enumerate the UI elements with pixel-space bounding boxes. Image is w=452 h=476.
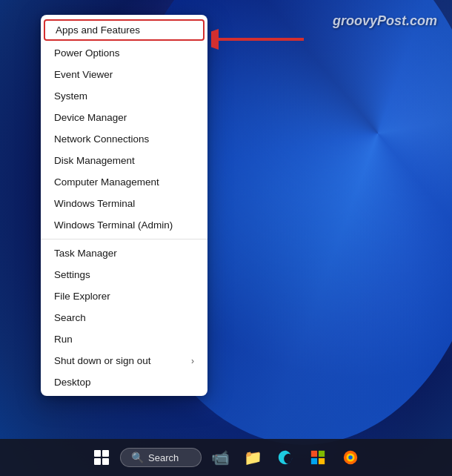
menu-item-file-explorer[interactable]: File Explorer: [41, 285, 207, 307]
menu-item-system[interactable]: System: [41, 85, 207, 107]
windows-logo-icon: [94, 450, 109, 465]
edge-icon: [277, 449, 293, 466]
taskbar-icon-edge[interactable]: [271, 443, 299, 472]
svg-rect-4: [311, 458, 317, 464]
taskbar-icon-file-explorer[interactable]: 📁: [239, 443, 267, 472]
taskbar-search-icon: 🔍: [131, 452, 144, 463]
menu-item-task-manager[interactable]: Task Manager: [41, 242, 207, 264]
svg-point-8: [348, 455, 353, 460]
taskbar-icon-firefox[interactable]: [336, 443, 365, 472]
groovypost-watermark: groovyPost.com: [333, 13, 437, 29]
taskbar-search-label: Search: [148, 452, 179, 463]
menu-item-event-viewer[interactable]: Event Viewer: [41, 64, 207, 85]
firefox-icon: [342, 449, 359, 466]
menu-item-search[interactable]: Search: [41, 307, 207, 328]
submenu-chevron-icon: ›: [191, 356, 194, 366]
menu-item-disk-management[interactable]: Disk Management: [41, 150, 207, 171]
menu-item-settings[interactable]: Settings: [41, 264, 207, 285]
menu-item-apps-features[interactable]: Apps and Features: [44, 19, 205, 41]
red-arrow-annotation: [211, 21, 308, 61]
folder-icon: 📁: [244, 449, 262, 466]
menu-item-network-connections[interactable]: Network Connections: [41, 128, 207, 150]
taskbar-search-bar[interactable]: 🔍 Search: [120, 448, 202, 467]
menu-item-windows-terminal-admin[interactable]: Windows Terminal (Admin): [41, 214, 207, 236]
svg-rect-5: [319, 458, 325, 464]
context-menu: Apps and Features Power Options Event Vi…: [41, 15, 207, 396]
menu-item-device-manager[interactable]: Device Manager: [41, 107, 207, 128]
menu-item-computer-management[interactable]: Computer Management: [41, 171, 207, 193]
taskbar: 🔍 Search 📹 📁: [0, 439, 452, 476]
start-button[interactable]: [87, 443, 116, 472]
menu-item-shut-down[interactable]: Shut down or sign out ›: [41, 350, 207, 371]
taskbar-icon-zoom[interactable]: 📹: [206, 443, 234, 472]
svg-rect-2: [311, 451, 317, 457]
menu-item-run[interactable]: Run: [41, 328, 207, 350]
menu-item-desktop[interactable]: Desktop: [41, 371, 207, 393]
menu-item-power-options[interactable]: Power Options: [41, 42, 207, 64]
svg-rect-3: [319, 451, 325, 457]
desktop: groovyPost.com Apps and Features Power O…: [0, 0, 452, 476]
zoom-icon: 📹: [211, 449, 230, 466]
menu-divider-1: [41, 239, 207, 239]
menu-item-windows-terminal[interactable]: Windows Terminal: [41, 193, 207, 214]
ms-store-icon: [310, 449, 326, 466]
taskbar-icon-ms-store[interactable]: [304, 443, 332, 472]
